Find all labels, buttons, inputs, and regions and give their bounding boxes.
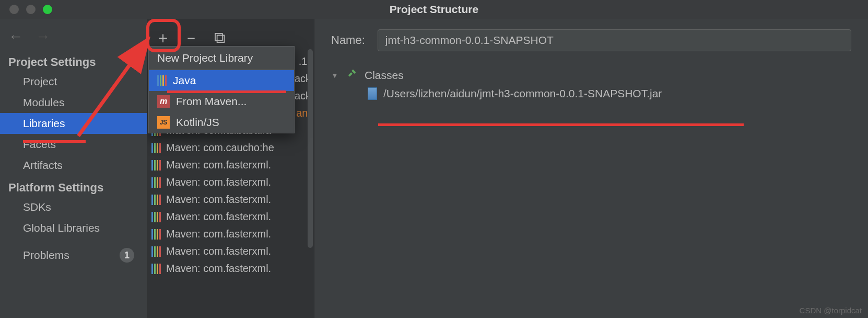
watermark: CSDN @torpidcat (800, 306, 862, 315)
remove-button[interactable]: － (182, 27, 201, 49)
problems-label: Problems (23, 249, 69, 262)
list-item[interactable]: Maven: com.fasterxml. (147, 191, 314, 208)
library-icon (151, 160, 161, 171)
hammer-icon (347, 68, 358, 82)
add-button[interactable]: ＋ (154, 27, 172, 49)
sidebar-item-project[interactable]: Project (0, 71, 147, 92)
list-item[interactable]: Maven: com.fasterxml. (147, 243, 314, 260)
classes-tree-node[interactable]: ▼ Classes (331, 66, 851, 84)
maven-icon: m (157, 95, 170, 108)
chevron-down-icon[interactable]: ▼ (331, 71, 341, 80)
library-icon (151, 229, 161, 240)
detail-panel: Name: ▼ Classes /Users/lizhen/aidun/jmt-… (314, 19, 868, 318)
maximize-icon[interactable] (43, 5, 52, 14)
forward-icon[interactable]: → (36, 28, 50, 45)
list-item[interactable]: Maven: com.fasterxml. (147, 208, 314, 225)
window-title: Project Structure (390, 3, 478, 16)
name-input[interactable] (378, 29, 851, 51)
library-icon (151, 246, 161, 257)
jar-tree-item[interactable]: /Users/lizhen/aidun/jmt-h3-common-0.0.1-… (331, 84, 851, 103)
scrollbar[interactable] (308, 49, 313, 248)
sidebar: ← → Project Settings Project Modules Lib… (0, 19, 147, 318)
library-icon (151, 264, 161, 274)
close-icon[interactable] (9, 5, 19, 14)
list-item[interactable]: Maven: com.fasterxml. (147, 174, 314, 191)
titlebar: Project Structure (0, 0, 868, 19)
sidebar-item-global-libraries[interactable]: Global Libraries (0, 218, 147, 238)
list-item[interactable]: Maven: com.fasterxml. (147, 156, 314, 174)
sidebar-item-modules[interactable]: Modules (0, 92, 147, 113)
jar-icon (368, 87, 377, 100)
problems-badge: 1 (120, 248, 134, 263)
name-label: Name: (331, 33, 365, 47)
kotlinjs-icon: JS (157, 116, 170, 129)
library-icon (151, 177, 161, 188)
section-header-project-settings: Project Settings (0, 50, 147, 71)
list-item[interactable]: Maven: com.fasterxml. (147, 260, 314, 277)
list-item[interactable]: Maven: com.fasterxml. (147, 225, 314, 243)
window-controls (0, 5, 52, 14)
copy-button[interactable]: ⧉ (210, 29, 229, 47)
popup-title: New Project Library (149, 47, 294, 70)
minimize-icon[interactable] (26, 5, 36, 14)
sidebar-item-artifacts[interactable]: Artifacts (0, 155, 147, 176)
library-icon (151, 195, 161, 205)
popup-item-java[interactable]: Java (149, 70, 294, 91)
sidebar-item-libraries[interactable]: Libraries (0, 113, 147, 134)
section-header-platform-settings: Platform Settings (0, 176, 147, 197)
popup-item-kotlinjs[interactable]: JS Kotlin/JS (149, 112, 294, 133)
list-item[interactable]: Maven: com.caucho:he (147, 139, 314, 156)
library-icon (151, 143, 161, 153)
classes-label: Classes (365, 69, 404, 82)
new-library-popup: New Project Library Java m From Maven...… (148, 46, 295, 133)
back-icon[interactable]: ← (8, 28, 23, 45)
popup-item-maven[interactable]: m From Maven... (149, 91, 294, 112)
sidebar-item-facets[interactable]: Facets (0, 134, 147, 155)
sidebar-item-sdks[interactable]: SDKs (0, 197, 147, 218)
jar-path: /Users/lizhen/aidun/jmt-h3-common-0.0.1-… (383, 87, 662, 100)
library-icon (157, 75, 167, 86)
library-icon (151, 212, 161, 222)
library-list-panel: ＋ － ⧉ .1- ack ack an. Maven: com.alibaba… (147, 19, 314, 318)
sidebar-item-problems[interactable]: Problems 1 (0, 238, 147, 267)
